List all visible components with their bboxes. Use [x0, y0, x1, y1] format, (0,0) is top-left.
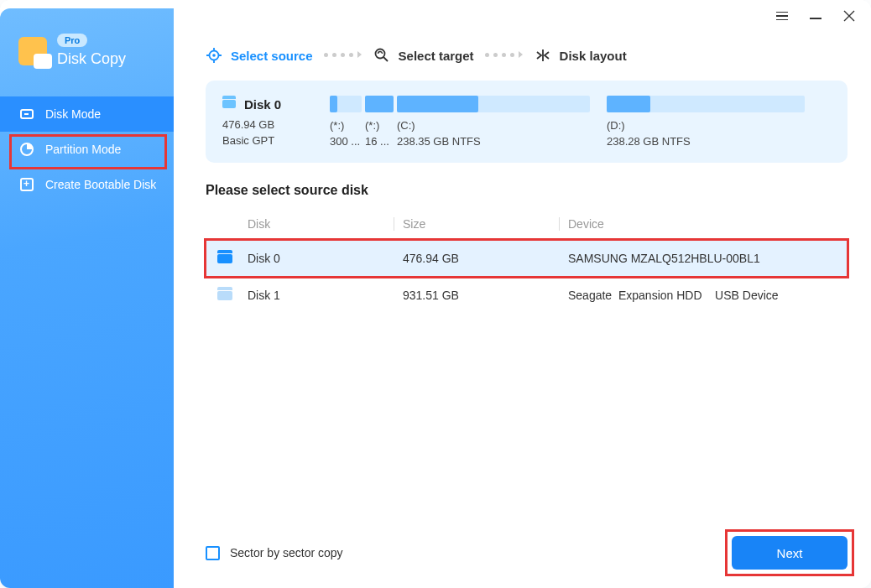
selected-disk-card: Disk 0 476.94 GB Basic GPT (*:) 300 ... … [206, 81, 848, 163]
partition-drive: (C:) [397, 119, 590, 132]
layout-icon [535, 47, 551, 64]
col-device: Device [568, 217, 841, 231]
cell-device: SAMSUNG MZALQ512HBLU-00BL1 [568, 252, 841, 265]
disk-table: Disk Size Device Disk 0 476.94 GB SAMSUN… [206, 208, 848, 314]
minimize-button[interactable] [809, 9, 822, 23]
main-panel: Select source Select target Disk layout [174, 32, 871, 588]
sidebar-item-partition-mode[interactable]: Partition Mode [0, 132, 174, 167]
cell-device: Seagate Expansion HDD USB Device [568, 289, 841, 302]
partition-bars: (*:) 300 ... (*:) 16 ... (C:) 238.35 GB … [330, 96, 831, 148]
sidebar-item-label: Disk Mode [45, 107, 101, 121]
svg-point-1 [212, 54, 216, 57]
partition-info: 300 ... [330, 135, 362, 148]
sidebar: Pro Disk Copy Disk Mode Partition Mode C… [0, 8, 174, 588]
sidebar-nav: Disk Mode Partition Mode Create Bootable… [0, 96, 174, 202]
checkbox-label: Sector by sector copy [230, 546, 343, 559]
cell-size: 476.94 GB [403, 252, 559, 265]
footer: Sector by sector copy Next [206, 536, 848, 570]
cell-disk: Disk 0 [248, 252, 394, 265]
disk-icon [217, 291, 232, 300]
step-separator [481, 53, 528, 59]
step-label: Select source [231, 49, 313, 63]
sidebar-item-label: Create Bootable Disk [45, 178, 156, 191]
col-size: Size [403, 217, 559, 231]
sidebar-item-label: Partition Mode [45, 143, 121, 156]
bootable-disk-icon [18, 176, 35, 193]
logo-icon [18, 37, 47, 65]
partition-info: 238.35 GB NTFS [397, 135, 590, 148]
disk-icon [222, 100, 236, 108]
disk-type: Basic GPT [222, 134, 330, 147]
disk-size: 476.94 GB [222, 118, 330, 131]
wizard-steps: Select source Select target Disk layout [206, 32, 848, 81]
disk-mode-icon [18, 106, 35, 122]
app-window: Pro Disk Copy Disk Mode Partition Mode C… [0, 0, 871, 588]
step-disk-layout[interactable]: Disk layout [535, 47, 627, 64]
partition-drive: (D:) [607, 119, 805, 132]
app-logo: Pro Disk Copy [0, 32, 174, 85]
table-row[interactable]: Disk 1 931.51 GB Seagate Expansion HDD U… [206, 277, 848, 314]
crosshair-icon [206, 47, 222, 64]
partition-drive: (*:) [365, 119, 394, 132]
partition[interactable]: (*:) 300 ... [330, 96, 362, 148]
cell-disk: Disk 1 [248, 289, 394, 302]
partition-mode-icon [18, 141, 35, 158]
disk-name: Disk 0 [244, 97, 281, 112]
step-select-source[interactable]: Select source [206, 47, 313, 64]
partition-drive: (*:) [330, 119, 362, 132]
step-separator [320, 53, 367, 59]
cell-size: 931.51 GB [403, 289, 559, 302]
partition[interactable]: (C:) 238.35 GB NTFS [397, 96, 590, 148]
pro-badge: Pro [57, 34, 87, 47]
svg-point-2 [375, 49, 384, 59]
sidebar-item-create-bootable[interactable]: Create Bootable Disk [0, 167, 174, 202]
step-label: Disk layout [560, 49, 627, 63]
checkbox-icon[interactable] [206, 546, 220, 560]
partition-info: 16 ... [365, 135, 394, 148]
partition[interactable]: (*:) 16 ... [365, 96, 394, 148]
prompt-text: Please select source disk [206, 183, 848, 198]
next-button[interactable]: Next [732, 536, 848, 570]
sector-copy-checkbox[interactable]: Sector by sector copy [206, 546, 343, 560]
disk-icon [217, 254, 232, 263]
app-name: Disk Copy [57, 50, 126, 68]
disk-header: Disk 0 [222, 97, 330, 112]
close-button[interactable] [842, 9, 856, 23]
table-row[interactable]: Disk 0 476.94 GB SAMSUNG MZALQ512HBLU-00… [206, 240, 848, 277]
menu-icon[interactable] [775, 9, 789, 23]
step-select-target[interactable]: Select target [373, 47, 474, 64]
table-header-row: Disk Size Device [206, 208, 848, 240]
partition-info: 238.28 GB NTFS [607, 135, 805, 148]
partition[interactable]: (D:) 238.28 GB NTFS [607, 96, 805, 148]
target-search-icon [373, 47, 390, 64]
sidebar-item-disk-mode[interactable]: Disk Mode [0, 96, 174, 132]
step-label: Select target [399, 49, 474, 63]
col-disk: Disk [248, 217, 394, 231]
